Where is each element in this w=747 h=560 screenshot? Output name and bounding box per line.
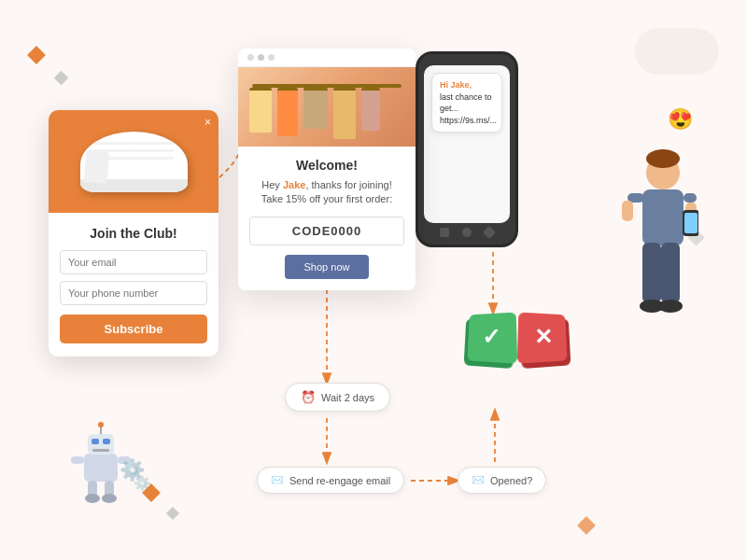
robot-area: ⚙️ ⚙️ bbox=[63, 421, 138, 509]
yes-icon: ✓ bbox=[482, 324, 500, 351]
popup-header: × bbox=[49, 110, 218, 213]
email-icon: ✉️ bbox=[271, 474, 284, 486]
svg-rect-10 bbox=[642, 243, 661, 303]
clock-icon: ⏰ bbox=[301, 390, 316, 404]
dot-3 bbox=[268, 54, 275, 61]
no-icon: ✕ bbox=[534, 324, 553, 351]
svg-rect-20 bbox=[92, 449, 109, 452]
diamond-orange-1 bbox=[27, 46, 46, 64]
svg-rect-14 bbox=[84, 454, 118, 482]
phone-mockup: Hi Jake, last chance to get...https://9s… bbox=[416, 51, 518, 247]
diamond-gray-1 bbox=[54, 71, 69, 86]
svg-rect-11 bbox=[661, 243, 680, 303]
subscribe-button[interactable]: Subscribe bbox=[60, 315, 207, 343]
hanger-item-5 bbox=[361, 88, 380, 131]
sms-bubble: Hi Jake, last chance to get...https://9s… bbox=[431, 73, 502, 133]
shop-now-button[interactable]: Shop now bbox=[285, 255, 369, 279]
dot-1 bbox=[247, 54, 254, 61]
no-box: ✕ bbox=[519, 313, 568, 361]
clothes-image bbox=[238, 67, 416, 147]
envelope-icon: ✉️ bbox=[472, 474, 485, 486]
opened-node-label: Opened? bbox=[490, 475, 532, 486]
sms-body: last chance to get...https://9s.ms/... bbox=[440, 92, 497, 125]
phone-screen: Hi Jake, last chance to get...https://9s… bbox=[424, 65, 510, 223]
close-button[interactable]: × bbox=[204, 116, 211, 129]
svg-rect-19 bbox=[103, 439, 110, 444]
svg-point-2 bbox=[646, 149, 680, 168]
diamond-gray-3 bbox=[166, 507, 179, 520]
person-illustration bbox=[614, 145, 698, 350]
wait-node: ⏰ Wait 2 days bbox=[285, 383, 390, 412]
coupon-code: CODE0000 bbox=[249, 217, 404, 245]
gear-icon-2: ⚙️ bbox=[134, 475, 151, 492]
svg-point-25 bbox=[85, 494, 100, 503]
svg-rect-5 bbox=[622, 201, 633, 221]
svg-point-26 bbox=[102, 494, 117, 503]
email-popup-body: Welcome! Hey Jake, thanks for joining!Ta… bbox=[238, 147, 416, 290]
phone-home-icon bbox=[462, 228, 472, 237]
svg-rect-21 bbox=[71, 456, 84, 464]
yes-box: ✓ bbox=[467, 313, 515, 361]
background-cloud bbox=[635, 28, 719, 75]
popup-body: Join the Club! Subscribe bbox=[49, 213, 218, 357]
hanger-item-2 bbox=[277, 88, 298, 136]
phone-menu-icon bbox=[483, 226, 496, 239]
popup-title: Join the Club! bbox=[60, 226, 207, 241]
hanger-item-1 bbox=[249, 88, 272, 133]
svg-rect-18 bbox=[92, 439, 99, 444]
sms-name: Hi Jake, bbox=[440, 80, 472, 90]
svg-point-13 bbox=[658, 300, 683, 313]
jake-highlight: Jake bbox=[283, 179, 305, 190]
dot-2 bbox=[258, 54, 264, 61]
hanger-item-4 bbox=[333, 88, 356, 139]
email-popup: Welcome! Hey Jake, thanks for joining!Ta… bbox=[238, 49, 416, 290]
opened-node: ✉️ Opened? bbox=[458, 467, 546, 494]
svg-point-17 bbox=[98, 422, 104, 427]
diamond-orange-3 bbox=[577, 516, 596, 535]
wait-node-label: Wait 2 days bbox=[321, 392, 374, 403]
hanger-item-3 bbox=[303, 88, 328, 129]
email-input[interactable] bbox=[60, 250, 207, 274]
svg-rect-6 bbox=[684, 193, 697, 203]
send-node-label: Send re-engage email bbox=[289, 475, 390, 486]
phone-input[interactable] bbox=[60, 281, 207, 305]
popup-dots bbox=[238, 49, 416, 67]
svg-rect-9 bbox=[684, 213, 698, 233]
email-welcome-title: Welcome! bbox=[249, 158, 404, 173]
send-reengage-node: ✉️ Send re-engage email bbox=[257, 467, 404, 494]
email-body-text: Hey Jake, thanks for joining!Take 15% of… bbox=[249, 178, 404, 207]
phone-back-icon bbox=[440, 228, 449, 237]
subscribe-popup: × Join the Club! Subscribe bbox=[49, 110, 218, 357]
svg-rect-3 bbox=[642, 189, 684, 245]
hearts-emoji: 😍 bbox=[668, 107, 693, 132]
